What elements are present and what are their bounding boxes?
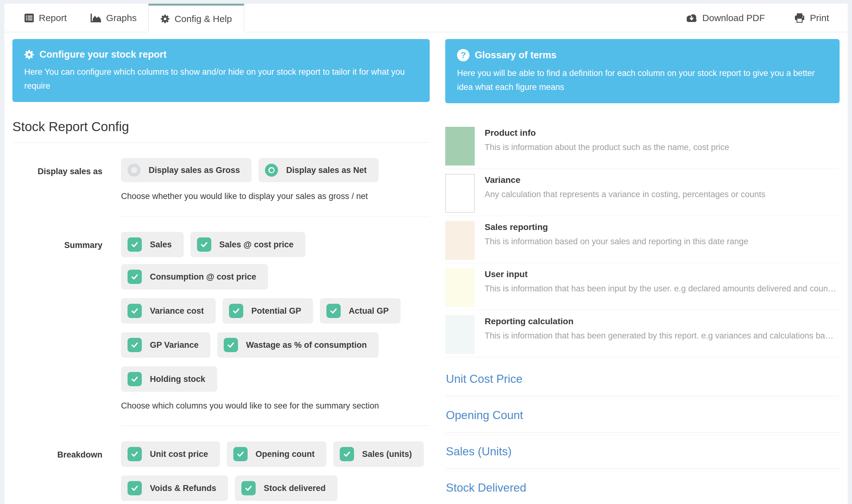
checkbox-checked-icon — [326, 304, 341, 318]
radio-label: Display sales as Gross — [149, 165, 240, 175]
glossary-term-definition: Any calculation that represents a varian… — [485, 190, 765, 199]
glossary-term-title: Variance — [485, 175, 765, 185]
checkbox-pill[interactable]: Holding stock — [121, 366, 217, 392]
color-swatch — [445, 127, 475, 165]
gear-icon — [160, 14, 170, 23]
checkbox-pill[interactable]: Sales @ cost price — [191, 232, 305, 257]
glossary-term-title: Sales reporting — [485, 222, 748, 232]
checkbox-label: Stock delivered — [264, 484, 326, 493]
tab-bar: Report Graphs — [4, 4, 848, 32]
summary-help: Choose which columns you would like to s… — [121, 401, 430, 411]
glossary-legend-item: User input This is information that has … — [445, 268, 839, 310]
checkbox-pill[interactable]: Actual GP — [320, 298, 401, 324]
print-button[interactable]: Print — [794, 13, 829, 23]
checkbox-label: Holding stock — [150, 375, 205, 384]
radio-unchecked-icon — [127, 164, 141, 177]
color-swatch — [445, 221, 475, 260]
glossary-panel: Glossary of terms Here you will be able … — [445, 39, 839, 103]
glossary-legend: Product info This is information about t… — [445, 127, 839, 357]
glossary-term-row: Opening Count — [445, 399, 839, 432]
checkbox-pill[interactable]: Consumption @ cost price — [121, 264, 268, 289]
question-circle-icon — [457, 49, 469, 61]
main-card: Report Graphs — [4, 4, 848, 504]
glossary-term-title: Product info — [485, 128, 729, 138]
tab-graphs[interactable]: Graphs — [79, 4, 148, 32]
checkbox-pill[interactable]: Wastage as % of consumption — [217, 332, 379, 358]
summary-row: Summary Sales Sales @ cost price Consump… — [13, 232, 430, 411]
glossary-terms-list: Unit Cost Price Opening Count Sales (Uni… — [445, 362, 839, 504]
glossary-panel-description: Here you will be able to find a definiti… — [457, 66, 828, 94]
divider — [445, 432, 839, 435]
checkbox-label: Sales @ cost price — [219, 240, 294, 250]
checkbox-checked-icon — [233, 447, 248, 461]
glossary-panel-title: Glossary of terms — [475, 50, 557, 61]
configure-panel-description: Here You can configure which columns to … — [24, 65, 418, 93]
checkbox-pill[interactable]: GP Variance — [121, 332, 210, 358]
checkbox-checked-icon — [127, 270, 142, 284]
glossary-term-row: Stock Delivered — [445, 471, 839, 504]
divider — [445, 468, 839, 471]
display-sales-help: Choose whether you would like to display… — [121, 192, 430, 201]
radio-display-sales-net[interactable]: Display sales as Net — [258, 158, 379, 182]
checkbox-label: Wastage as % of consumption — [246, 340, 367, 350]
checkbox-label: Voids & Refunds — [150, 484, 216, 493]
checkbox-checked-icon — [127, 338, 142, 352]
configure-panel: Configure your stock report Here You can… — [13, 39, 430, 102]
checkbox-checked-icon — [340, 447, 354, 461]
configure-panel-title: Configure your stock report — [39, 49, 167, 60]
tab-config-help[interactable]: Config & Help — [148, 4, 244, 32]
tab-report[interactable]: Report — [13, 4, 79, 32]
tab-report-label: Report — [39, 13, 67, 23]
breakdown-label: Breakdown — [13, 442, 102, 504]
checkbox-pill[interactable]: Sales — [121, 232, 184, 257]
checkbox-checked-icon — [127, 447, 142, 461]
summary-label: Summary — [13, 232, 102, 411]
checkbox-checked-icon — [127, 304, 142, 318]
glossary-term-row: Sales (Units) — [445, 435, 839, 468]
glossary-legend-item: Sales reporting This is information base… — [445, 221, 839, 263]
checkbox-checked-icon — [241, 481, 256, 495]
gear-icon — [24, 50, 34, 59]
glossary-term-definition: This is information based on your sales … — [485, 237, 748, 247]
checkbox-label: Opening count — [256, 449, 315, 459]
download-pdf-label: Download PDF — [702, 13, 765, 23]
tab-config-help-label: Config & Help — [174, 14, 232, 24]
checkbox-label: Variance cost — [150, 306, 204, 316]
checkbox-pill[interactable]: Variance cost — [121, 298, 216, 324]
glossary-legend-item: Variance Any calculation that represents… — [445, 174, 839, 216]
checkbox-label: Sales — [150, 240, 172, 250]
divider — [445, 396, 839, 399]
display-sales-label: Display sales as — [13, 158, 102, 201]
checkbox-pill[interactable]: Potential GP — [223, 298, 313, 324]
checkbox-checked-icon — [229, 304, 243, 318]
toolbar-actions: Download PDF Print — [686, 4, 848, 32]
checkbox-pill[interactable]: Unit cost price — [121, 442, 220, 467]
checkbox-pill[interactable]: Sales (units) — [333, 442, 424, 467]
checkbox-label: Potential GP — [251, 306, 301, 316]
color-swatch — [445, 268, 475, 307]
divider — [121, 216, 430, 216]
checkbox-pill[interactable]: Voids & Refunds — [121, 475, 228, 501]
glossary-term-link[interactable]: Unit Cost Price — [446, 373, 522, 385]
color-swatch — [445, 315, 475, 354]
print-icon — [794, 13, 805, 23]
checkbox-label: Unit cost price — [150, 449, 208, 459]
download-pdf-button[interactable]: Download PDF — [686, 13, 765, 23]
tab-graphs-label: Graphs — [106, 13, 137, 23]
glossary-term-link[interactable]: Sales (Units) — [446, 445, 511, 458]
page-title: Stock Report Config — [13, 119, 430, 143]
glossary-legend-item: Product info This is information about t… — [445, 127, 839, 169]
glossary-term-link[interactable]: Opening Count — [446, 409, 523, 421]
checkbox-checked-icon — [127, 372, 142, 386]
checkbox-pill[interactable]: Stock delivered — [235, 475, 337, 501]
glossary-term-definition: This is information about the product su… — [485, 143, 729, 152]
checkbox-label: Sales (units) — [362, 449, 412, 459]
glossary-term-link[interactable]: Stock Delivered — [446, 481, 526, 494]
checkbox-checked-icon — [197, 237, 211, 252]
checkbox-pill[interactable]: Opening count — [227, 442, 326, 467]
radio-display-sales-gross[interactable]: Display sales as Gross — [121, 158, 251, 182]
cloud-download-icon — [686, 14, 697, 22]
checkbox-checked-icon — [127, 481, 142, 495]
breakdown-row: Breakdown Unit cost price Opening count … — [13, 442, 430, 504]
glossary-term-definition: This is information that has been input … — [485, 284, 837, 293]
